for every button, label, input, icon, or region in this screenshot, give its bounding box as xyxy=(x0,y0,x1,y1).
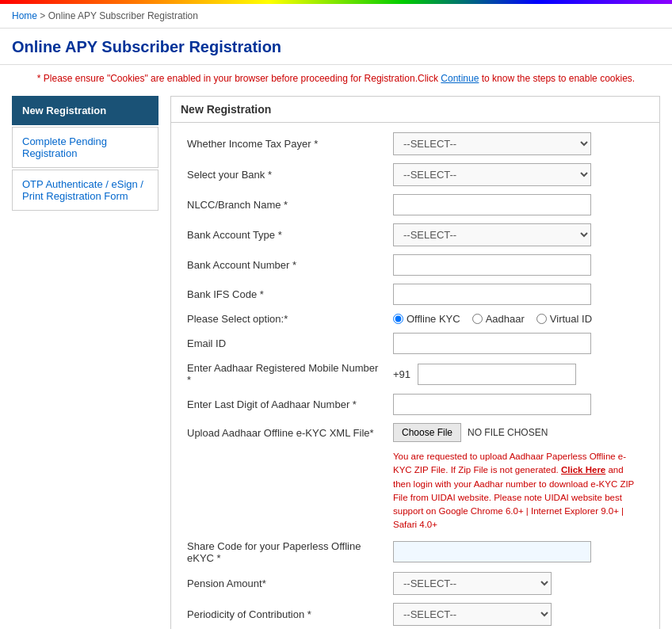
periodicity-row: Periodicity of Contribution * --SELECT-- xyxy=(187,603,643,626)
nlcc-label: NLCC/Branch Name * xyxy=(187,199,393,211)
radio-group: Offline KYC Aadhaar Virtual ID xyxy=(393,313,643,325)
last-digit-control xyxy=(393,394,643,415)
breadcrumb-current: Online APY Subscriber Registration xyxy=(48,10,198,21)
email-control xyxy=(393,333,643,354)
virtual-id-radio[interactable] xyxy=(536,314,547,324)
aadhaar-mobile-label: Enter Aadhaar Registered Mobile Number * xyxy=(187,362,393,386)
breadcrumb: Home > Online APY Subscriber Registratio… xyxy=(12,10,660,21)
aadhaar-label[interactable]: Aadhaar xyxy=(472,313,525,325)
share-code-row: Share Code for your Paperless Offline eK… xyxy=(187,540,643,564)
file-upload-row: Choose File NO FILE CHOSEN xyxy=(393,423,643,442)
click-here-link[interactable]: Click Here xyxy=(561,465,605,475)
upload-xml-label: Upload Aadhaar Offline e-KYC XML File* xyxy=(187,427,393,439)
bank-account-number-row: Bank Account Number * xyxy=(187,254,643,276)
upload-xml-control: Choose File NO FILE CHOSEN xyxy=(393,423,643,442)
form-panel: New Registration Whether Income Tax Paye… xyxy=(170,96,660,629)
phone-row: +91 xyxy=(393,364,643,385)
periodicity-select[interactable]: --SELECT-- xyxy=(393,603,552,626)
bank-ifs-code-control xyxy=(393,284,643,305)
bank-account-type-label: Bank Account Type * xyxy=(187,229,393,241)
share-code-input[interactable] xyxy=(393,541,591,562)
pension-amount-select[interactable]: --SELECT-- xyxy=(393,572,552,595)
main-content: * Please ensure "Cookies" are enabled in… xyxy=(0,65,672,629)
select-bank-select[interactable]: --SELECT-- xyxy=(393,163,591,186)
share-code-control xyxy=(393,541,643,562)
pension-amount-control: --SELECT-- xyxy=(393,572,643,595)
sidebar-item-new-registration[interactable]: New Registration xyxy=(12,96,158,125)
email-input[interactable] xyxy=(393,333,591,354)
form-panel-title: New Registration xyxy=(171,97,659,123)
income-tax-row: Whether Income Tax Payer * --SELECT-- xyxy=(187,132,643,155)
aadhaar-mobile-input[interactable] xyxy=(418,364,576,385)
breadcrumb-separator: > xyxy=(40,10,48,21)
upload-warning: You are requested to upload Aadhaar Pape… xyxy=(393,450,643,532)
upload-xml-row: Upload Aadhaar Offline e-KYC XML File* C… xyxy=(187,423,643,442)
periodicity-control: --SELECT-- xyxy=(393,603,643,626)
cookie-warning-link[interactable]: Continue xyxy=(441,73,479,84)
bank-account-number-input[interactable] xyxy=(393,254,591,276)
bank-account-type-control: --SELECT-- xyxy=(393,223,643,246)
file-name-display: NO FILE CHOSEN xyxy=(468,427,548,438)
income-tax-control: --SELECT-- xyxy=(393,132,643,155)
select-option-control: Offline KYC Aadhaar Virtual ID xyxy=(393,313,643,325)
header-bar: Home > Online APY Subscriber Registratio… xyxy=(0,4,672,29)
bank-account-type-select[interactable]: --SELECT-- xyxy=(393,223,591,246)
nlcc-row: NLCC/Branch Name * xyxy=(187,194,643,215)
last-digit-input[interactable] xyxy=(393,394,591,415)
virtual-id-text: Virtual ID xyxy=(550,313,592,325)
income-tax-select[interactable]: --SELECT-- xyxy=(393,132,591,155)
cookie-warning: * Please ensure "Cookies" are enabled in… xyxy=(12,73,660,84)
offline-kyc-label[interactable]: Offline KYC xyxy=(393,313,460,325)
aadhaar-text: Aadhaar xyxy=(486,313,525,325)
offline-kyc-radio[interactable] xyxy=(393,314,403,324)
phone-prefix: +91 xyxy=(393,368,410,380)
bank-account-number-label: Bank Account Number * xyxy=(187,259,393,271)
last-digit-row: Enter Last Digit of Aadhaar Number * xyxy=(187,394,643,415)
aadhaar-radio[interactable] xyxy=(472,314,483,324)
select-bank-control: --SELECT-- xyxy=(393,163,643,186)
bank-ifs-code-input[interactable] xyxy=(393,284,591,305)
sidebar: New Registration Complete Pending Regist… xyxy=(12,96,158,629)
bank-account-type-row: Bank Account Type * --SELECT-- xyxy=(187,223,643,246)
pension-amount-row: Pension Amount* --SELECT-- xyxy=(187,572,643,595)
select-option-label: Please Select option:* xyxy=(187,313,393,325)
select-bank-row: Select your Bank * --SELECT-- xyxy=(187,163,643,186)
page-title-section: Online APY Subscriber Registration xyxy=(0,29,672,65)
page-title: Online APY Subscriber Registration xyxy=(12,38,660,56)
email-label: Email ID xyxy=(187,337,393,349)
bank-account-number-control xyxy=(393,254,643,276)
select-option-row: Please Select option:* Offline KYC Aadha… xyxy=(187,313,643,325)
virtual-id-label[interactable]: Virtual ID xyxy=(536,313,592,325)
aadhaar-mobile-control: +91 xyxy=(393,364,643,385)
nlcc-input[interactable] xyxy=(393,194,591,215)
email-row: Email ID xyxy=(187,333,643,354)
income-tax-label: Whether Income Tax Payer * xyxy=(187,138,393,150)
offline-kyc-text: Offline KYC xyxy=(407,313,460,325)
periodicity-label: Periodicity of Contribution * xyxy=(187,608,393,620)
aadhaar-mobile-row: Enter Aadhaar Registered Mobile Number *… xyxy=(187,362,643,386)
content-layout: New Registration Complete Pending Regist… xyxy=(12,96,660,629)
form-body: Whether Income Tax Payer * --SELECT-- Se… xyxy=(171,123,659,629)
last-digit-label: Enter Last Digit of Aadhaar Number * xyxy=(187,398,393,410)
breadcrumb-home[interactable]: Home xyxy=(12,10,37,21)
sidebar-item-otp-authenticate[interactable]: OTP Authenticate / eSign / Print Registr… xyxy=(12,170,158,211)
bank-ifs-code-row: Bank IFS Code * xyxy=(187,284,643,305)
select-bank-label: Select your Bank * xyxy=(187,169,393,181)
choose-file-button[interactable]: Choose File xyxy=(393,423,461,442)
nlcc-control xyxy=(393,194,643,215)
sidebar-item-complete-pending[interactable]: Complete Pending Registration xyxy=(12,127,158,168)
bank-ifs-code-label: Bank IFS Code * xyxy=(187,288,393,300)
pension-amount-label: Pension Amount* xyxy=(187,578,393,589)
share-code-label: Share Code for your Paperless Offline eK… xyxy=(187,540,393,564)
